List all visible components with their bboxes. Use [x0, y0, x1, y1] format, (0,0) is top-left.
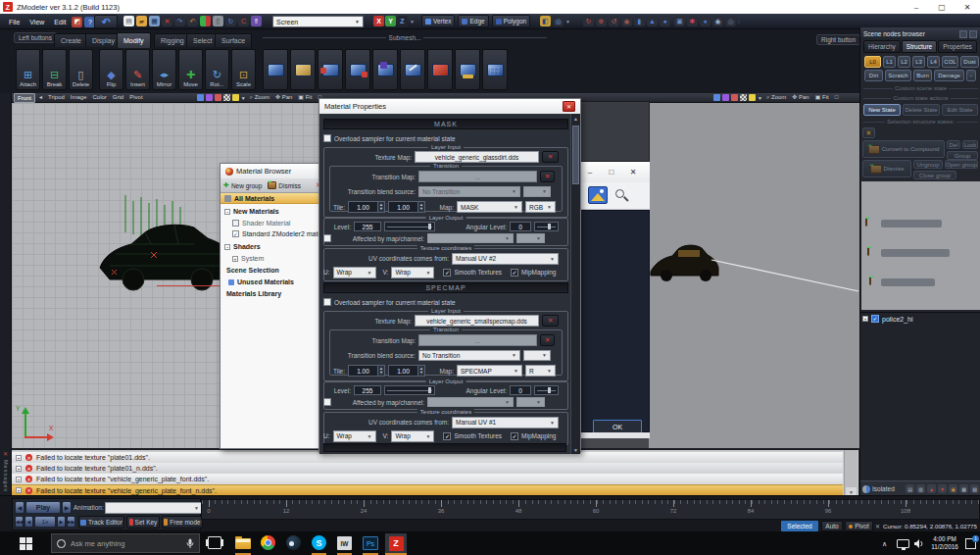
axis-more-icon[interactable]: ▼	[409, 19, 416, 25]
angular-level-field[interactable]: 0	[510, 222, 531, 231]
pivot-mode-button[interactable]: Pivot	[845, 521, 873, 531]
overload-checkbox[interactable]	[323, 298, 331, 306]
clear-transition-icon[interactable]: ✕	[540, 334, 555, 346]
lock-selection-icon[interactable]	[862, 127, 875, 138]
clipboard-icon[interactable]: ▯	[213, 16, 223, 26]
new-materials-group[interactable]: -New Materials	[220, 206, 324, 217]
toggle-pivot[interactable]: Pivot	[127, 93, 144, 102]
pan-button[interactable]: ✥ Pan	[790, 93, 810, 102]
mic-icon[interactable]	[186, 538, 194, 549]
orb-tool-icon[interactable]: ●	[700, 16, 710, 26]
section-header[interactable]: MASK	[323, 119, 568, 129]
cortana-search[interactable]: Ask me anything	[51, 533, 200, 553]
log-row[interactable]: +✕Failed to locate texture "vehicle_gene…	[12, 474, 843, 484]
tray-expand-icon[interactable]: ∧	[882, 540, 887, 548]
tree-row-police2-hi[interactable]: + police2_hi	[860, 313, 980, 325]
animation-select[interactable]: ▼	[105, 502, 203, 514]
system-item[interactable]: +System	[220, 253, 324, 264]
submesh-icon-3[interactable]	[318, 49, 343, 90]
target-icon[interactable]: ◉	[621, 16, 632, 26]
del-button[interactable]: Del	[947, 140, 960, 149]
ok-button[interactable]: OK	[593, 420, 642, 433]
crate-icon[interactable]	[865, 218, 867, 227]
tab-structure[interactable]: Structure	[902, 40, 937, 53]
wireframe-icon[interactable]	[206, 94, 213, 101]
zmodeler-taskbar-icon[interactable]: Z	[385, 533, 407, 553]
settings-icon[interactable]: ◩	[72, 17, 82, 27]
scroll-thumb[interactable]	[572, 126, 579, 184]
material-checkbox[interactable]	[232, 220, 239, 227]
materials-library-group[interactable]: Materials Library	[220, 288, 324, 299]
lod-dust-button[interactable]: Dust	[960, 56, 979, 68]
view-options-icon[interactable]: ▼	[241, 95, 246, 101]
state-dirt-button[interactable]: Dirt	[864, 70, 883, 81]
go-start-button[interactable]: ◀	[15, 501, 24, 514]
log-row[interactable]: +✕Failed to locate texture "plate01_n.dd…	[12, 463, 843, 474]
lock-button[interactable]: Lock	[962, 140, 978, 149]
tile-v-spinner[interactable]: 1.00▲▼	[388, 365, 425, 377]
plane-icon[interactable]: ▮	[634, 16, 645, 26]
add-node-icon[interactable]: ▲	[927, 484, 936, 493]
orbit-icon[interactable]: ⊕	[596, 16, 607, 26]
submesh-icon-7[interactable]	[427, 49, 453, 90]
shading-icon[interactable]	[197, 94, 204, 101]
unused-materials-item[interactable]: Unused Materials	[220, 277, 324, 287]
scroll-down-icon[interactable]: ▼	[571, 445, 580, 454]
new-group-button[interactable]: New group	[231, 182, 262, 189]
bone-tool-icon[interactable]: ✱	[687, 16, 698, 26]
lod-l3-button[interactable]: L3	[912, 56, 925, 68]
clear-texture-icon[interactable]: ✕	[542, 315, 559, 327]
track-editor-button[interactable]: Track Editor	[78, 516, 124, 529]
action-center-icon[interactable]: 1	[965, 538, 976, 549]
state-scratch-button[interactable]: Scratch	[885, 70, 911, 81]
expand-icon[interactable]: +	[16, 477, 22, 482]
collapse-icon[interactable]: -	[224, 209, 230, 215]
redo-arrow-icon[interactable]: ↷	[174, 16, 185, 26]
scene-selection-group[interactable]: Scene Selection	[220, 265, 324, 276]
checker-icon[interactable]	[223, 94, 230, 101]
tile-u-spinner[interactable]: 1.00▲▼	[348, 201, 385, 213]
tab-surface[interactable]: Surface	[215, 33, 252, 47]
expand-icon[interactable]: +	[16, 487, 22, 493]
affected-map-select[interactable]: ▼	[427, 233, 514, 243]
log-scrollbar[interactable]: ▼	[844, 450, 858, 497]
transition-map-field[interactable]: ...	[418, 334, 537, 346]
new-state-button[interactable]: New State	[863, 104, 901, 116]
insert-button[interactable]: ✎Insert	[125, 49, 150, 90]
delete-state-button[interactable]: Delete State	[903, 104, 940, 116]
uv-source-select[interactable]: Manual UV #1▼	[452, 417, 559, 429]
open-group-button[interactable]: Open group	[945, 160, 978, 169]
blend-source-select[interactable]: No Transition▼	[418, 186, 520, 197]
list-icon-1[interactable]: ▤	[906, 484, 914, 493]
right-button-label[interactable]: Right button	[816, 34, 860, 45]
panel-close-icon[interactable]	[969, 30, 977, 38]
submesh-icon-1[interactable]	[263, 49, 288, 90]
uv-source-select[interactable]: Manual UV #2▼	[452, 253, 559, 265]
collapse-icon[interactable]: -	[224, 244, 230, 250]
level-field[interactable]: 255	[354, 385, 381, 395]
steam-icon[interactable]	[286, 535, 301, 550]
delete-icon[interactable]: ✕	[162, 16, 172, 26]
tab-modify[interactable]: Modify	[117, 32, 151, 48]
scale-button[interactable]: ⊡Scale	[231, 49, 256, 90]
image-preview-icon[interactable]	[588, 186, 608, 204]
start-button[interactable]	[20, 537, 32, 550]
eye-icon[interactable]: ◉	[712, 16, 723, 26]
dismiss-button[interactable]: Dismiss	[278, 182, 301, 189]
frame-fwd-button[interactable]: ▶	[57, 516, 66, 528]
wireframe-icon[interactable]	[722, 94, 729, 101]
angular-slider[interactable]	[534, 385, 559, 395]
u-wrap-select[interactable]: Wrap▼	[333, 267, 376, 278]
blend-extra-select[interactable]: ▼	[523, 186, 551, 197]
transition-map-field[interactable]: ...	[418, 171, 537, 182]
select-mode-icon[interactable]: ◧	[540, 16, 551, 26]
close-group-button[interactable]: Close group	[913, 171, 956, 179]
isolated-button[interactable]: Isolated	[862, 485, 895, 493]
tree-icon-1[interactable]: ▦	[959, 484, 968, 493]
lod-l2-button[interactable]: L2	[898, 56, 910, 68]
close-button[interactable]: ✕	[626, 166, 640, 179]
zoom-button[interactable]: ⌕ Zoom	[248, 93, 271, 102]
overload-checkbox[interactable]	[323, 134, 331, 142]
expand-icon[interactable]: +	[862, 316, 868, 322]
material-view-icon[interactable]	[731, 94, 738, 101]
